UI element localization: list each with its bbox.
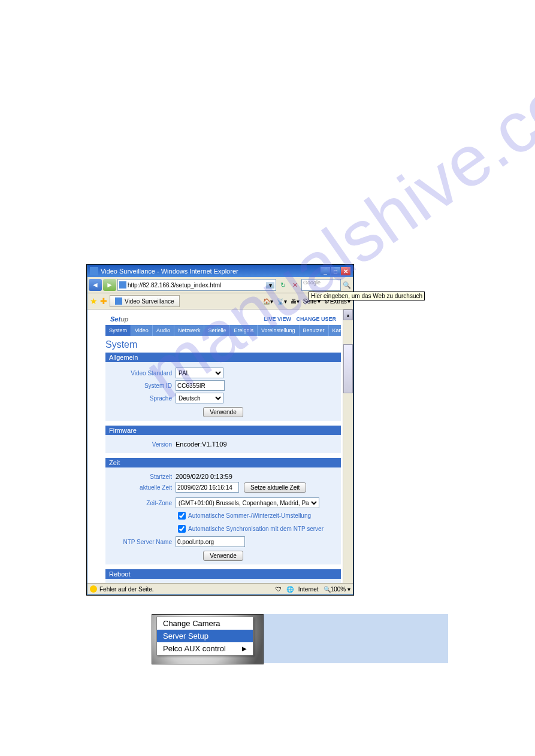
dst-label: Automatische Sommer-/Winterzeit-Umstellu… xyxy=(188,512,311,519)
scroll-thumb[interactable] xyxy=(343,344,353,393)
startzeit-value: 2009/02/20 0:13:59 xyxy=(176,473,232,480)
search-box[interactable]: Google xyxy=(301,279,341,291)
scrollbar[interactable]: ▴ xyxy=(343,309,353,588)
tab-ereignis[interactable]: Ereignis xyxy=(230,325,258,336)
zeitzone-label: Zeit-Zone xyxy=(109,500,176,506)
context-menu-callout: Change Camera Server Setup Pelco AUX con… xyxy=(152,614,448,663)
video-standard-label: Video Standard xyxy=(109,370,176,377)
menu-pelco-aux[interactable]: Pelco AUX control▶ xyxy=(157,642,253,655)
live-view-link[interactable]: LIVE VIEW xyxy=(264,316,291,322)
maximize-button[interactable]: □ xyxy=(331,267,340,275)
tab-netzwerk[interactable]: Netzwerk xyxy=(174,325,205,336)
sprache-label: Sprache xyxy=(109,395,176,402)
version-value: Encoder:V1.T109 xyxy=(176,441,227,448)
firmware-panel: Version Encoder:V1.T109 xyxy=(105,435,341,453)
tab-serielle[interactable]: Serielle xyxy=(204,325,230,336)
zeitzone-select[interactable]: (GMT+01:00) Brussels, Copenhagen, Madrid… xyxy=(176,497,319,508)
zone-icon: 🌐 xyxy=(286,586,294,593)
menu-server-setup[interactable]: Server Setup xyxy=(157,630,253,642)
search-go-button[interactable]: 🔍 xyxy=(342,281,352,289)
nav-toolbar: ◄ ► http://82.82.166.3/setup_index.html … xyxy=(87,277,353,293)
ntp-sync-label: Automatische Synchronisation mit dem NTP… xyxy=(188,526,324,532)
context-menu: Change Camera Server Setup Pelco AUX con… xyxy=(156,617,253,655)
tab-title: Video Surveillance xyxy=(125,298,174,305)
setup-logo: Setup xyxy=(110,315,129,323)
setup-header: Setup LIVE VIEW CHANGE USER xyxy=(105,313,341,325)
zone-text: Internet xyxy=(298,586,319,593)
address-bar[interactable]: http://82.82.166.3/setup_index.html ▾ xyxy=(117,279,276,291)
close-button[interactable]: ✕ xyxy=(341,267,350,275)
tab-video[interactable]: Video xyxy=(131,325,153,336)
menu-bar: System Video Audio Netzwerk Serielle Ere… xyxy=(105,325,341,336)
ie-icon xyxy=(90,267,98,275)
allgemein-header: Allgemein xyxy=(105,353,341,362)
titlebar[interactable]: Video Surveillance - Windows Internet Ex… xyxy=(87,265,353,277)
content-area: ▴ Setup LIVE VIEW CHANGE USER System Vid… xyxy=(87,309,353,588)
allgemein-apply-button[interactable]: Verwende xyxy=(203,407,243,417)
status-warning-icon xyxy=(90,585,97,593)
ntp-server-label: NTP Server Name xyxy=(109,539,176,545)
tab-benutzer[interactable]: Benutzer xyxy=(300,325,329,336)
version-label: Version xyxy=(109,441,176,448)
scroll-up-button[interactable]: ▴ xyxy=(343,309,353,320)
sprache-select[interactable]: Deutsch xyxy=(176,393,223,403)
home-button[interactable]: 🏠▾ xyxy=(263,298,273,305)
ntp-server-input[interactable] xyxy=(176,536,245,547)
add-favorite-icon[interactable]: ✚ xyxy=(100,296,107,306)
ntp-sync-checkbox[interactable] xyxy=(178,525,186,533)
system-id-label: System ID xyxy=(109,382,176,389)
address-dropdown[interactable]: ▾ xyxy=(266,282,274,289)
minimize-button[interactable]: _ xyxy=(321,267,330,275)
feeds-button[interactable]: 📡▾ xyxy=(277,298,287,305)
zeit-panel: Startzeit 2009/02/20 0:13:59 aktuelle Ze… xyxy=(105,467,341,564)
browser-window: Video Surveillance - Windows Internet Ex… xyxy=(87,265,353,595)
status-bar: Fehler auf der Seite. 🛡 🌐 Internet 🔍100%… xyxy=(87,583,353,594)
zeit-header: Zeit xyxy=(105,458,341,467)
system-id-input[interactable] xyxy=(176,380,225,391)
forward-button[interactable]: ► xyxy=(103,279,116,291)
favorites-star-icon[interactable]: ★ xyxy=(90,296,98,306)
page-title: System xyxy=(105,339,341,350)
stop-button[interactable]: ✕ xyxy=(289,280,300,290)
window-title: Video Surveillance - Windows Internet Ex… xyxy=(101,268,238,275)
firmware-header: Firmware xyxy=(105,426,341,435)
tab-favicon-icon xyxy=(115,297,122,305)
search-tooltip: Hier eingeben, um das Web zu durchsuch xyxy=(309,292,425,300)
dst-checkbox[interactable] xyxy=(178,512,186,520)
menu-change-camera[interactable]: Change Camera xyxy=(157,617,253,630)
status-shield-icon: 🛡 xyxy=(276,586,282,593)
url-text: http://82.82.166.3/setup_index.html xyxy=(128,282,221,289)
change-user-link[interactable]: CHANGE USER xyxy=(296,316,336,322)
aktuelle-zeit-input[interactable] xyxy=(176,482,239,493)
back-button[interactable]: ◄ xyxy=(89,279,102,291)
favicon-icon xyxy=(119,281,126,289)
tab-voreinstellung[interactable]: Voreinstellung xyxy=(258,325,300,336)
aktuelle-zeit-label: aktuelle Zeit xyxy=(109,484,176,491)
set-time-button[interactable]: Setze aktuelle Zeit xyxy=(244,482,306,493)
reboot-header: Reboot xyxy=(105,569,341,579)
submenu-arrow-icon: ▶ xyxy=(242,645,247,652)
zeit-apply-button[interactable]: Verwende xyxy=(203,551,243,561)
refresh-button[interactable]: ↻ xyxy=(277,280,288,290)
browser-tab[interactable]: Video Surveillance xyxy=(110,295,180,307)
video-standard-select[interactable]: PAL xyxy=(176,368,223,378)
print-button[interactable]: 🖶▾ xyxy=(291,298,300,305)
allgemein-panel: Video Standard PAL System ID Sprache Deu… xyxy=(105,362,341,421)
tab-audio[interactable]: Audio xyxy=(153,325,174,336)
zoom-control[interactable]: 🔍100% ▾ xyxy=(324,586,350,593)
status-text: Fehler auf der Seite. xyxy=(99,586,154,593)
tab-system[interactable]: System xyxy=(105,325,131,336)
startzeit-label: Startzeit xyxy=(109,473,176,480)
